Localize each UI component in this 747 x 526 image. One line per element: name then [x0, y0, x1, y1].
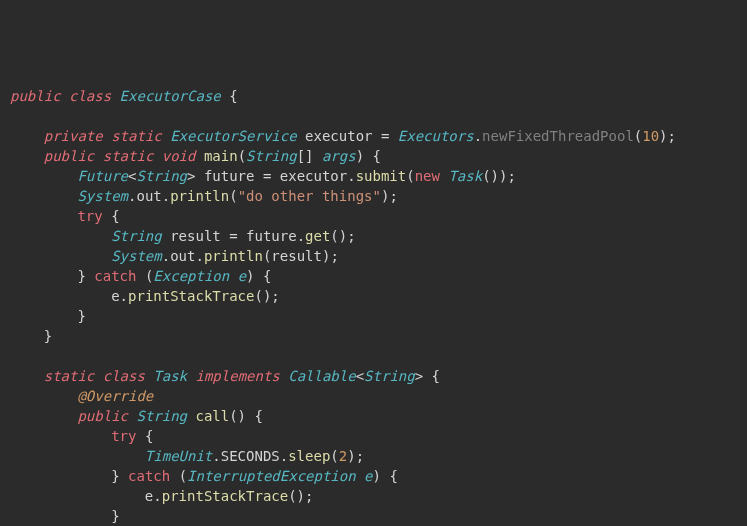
code-editor[interactable]: public class ExecutorCase { private stat… [10, 86, 747, 526]
code-line[interactable]: public class ExecutorCase { [10, 86, 747, 106]
code-token: ( [634, 128, 642, 144]
code-token: ( [238, 148, 246, 164]
code-token: "do other things" [238, 188, 381, 204]
code-token: Callable [288, 368, 355, 384]
code-token: try [77, 208, 102, 224]
code-token: () [288, 488, 305, 504]
code-line[interactable]: } [10, 506, 747, 526]
code-token [94, 148, 102, 164]
code-token [111, 88, 119, 104]
code-token [229, 268, 237, 284]
code-token [162, 128, 170, 144]
code-token: . [347, 168, 355, 184]
code-token: ; [668, 128, 676, 144]
code-token: String [246, 148, 297, 164]
code-token: ; [507, 168, 515, 184]
code-token: String [136, 408, 187, 424]
code-token: () [229, 408, 246, 424]
code-token: call [195, 408, 229, 424]
code-line[interactable]: static class Task implements Callable<St… [10, 366, 747, 386]
code-token: main [204, 148, 238, 164]
code-line[interactable]: String result = future.get(); [10, 226, 747, 246]
code-token: public [10, 88, 61, 104]
code-token: ( [406, 168, 414, 184]
code-token: private [44, 128, 103, 144]
code-line[interactable] [10, 106, 747, 126]
code-line[interactable]: } catch (InterruptedException e) { [10, 466, 747, 486]
code-token: 2 [339, 448, 347, 464]
code-token: ; [305, 488, 313, 504]
code-token: void [162, 148, 196, 164]
code-token [364, 148, 372, 164]
code-token: ) [373, 468, 381, 484]
code-token: () [330, 228, 347, 244]
code-token: . [297, 228, 305, 244]
code-token: Exception [153, 268, 229, 284]
code-token [280, 368, 288, 384]
code-token: ) [347, 448, 355, 464]
code-token: Executors [398, 128, 474, 144]
code-token: future [204, 168, 255, 184]
code-token: = [254, 168, 279, 184]
code-token: System [77, 188, 128, 204]
code-line[interactable]: System.out.println("do other things"); [10, 186, 747, 206]
code-line[interactable]: public static void main(String[] args) { [10, 146, 747, 166]
code-token: ExecutorCase [120, 88, 221, 104]
code-token [423, 368, 431, 384]
code-line[interactable]: } [10, 306, 747, 326]
code-token: executor [280, 168, 347, 184]
code-token: TimeUnit [145, 448, 212, 464]
code-line[interactable]: public String call() { [10, 406, 747, 426]
code-token: ExecutorService [170, 128, 296, 144]
code-token: new [415, 168, 440, 184]
code-line[interactable]: @Override [10, 386, 747, 406]
code-token: newFixedThreadPool [482, 128, 634, 144]
code-token: . [153, 488, 161, 504]
code-token [61, 88, 69, 104]
code-token: public [77, 408, 128, 424]
code-token: ; [271, 288, 279, 304]
code-token: ) [659, 128, 667, 144]
code-line[interactable]: e.printStackTrace(); [10, 486, 747, 506]
code-token [153, 148, 161, 164]
code-token [120, 468, 128, 484]
code-line[interactable]: try { [10, 426, 747, 446]
code-token: args [322, 148, 356, 164]
code-token: implements [195, 368, 279, 384]
code-token: static [103, 148, 154, 164]
code-line[interactable]: } catch (Exception e) { [10, 266, 747, 286]
code-line[interactable]: TimeUnit.SECONDS.sleep(2); [10, 446, 747, 466]
code-token [356, 468, 364, 484]
code-token: @Override [77, 388, 153, 404]
code-token: > [415, 368, 423, 384]
code-token: static [44, 368, 95, 384]
code-token: = [221, 228, 246, 244]
code-line[interactable]: private static ExecutorService executor … [10, 126, 747, 146]
code-token: . [162, 248, 170, 264]
code-token [255, 268, 263, 284]
code-token: String [364, 368, 415, 384]
code-token: e [364, 468, 372, 484]
code-token: . [162, 188, 170, 204]
code-line[interactable]: e.printStackTrace(); [10, 286, 747, 306]
code-token: } [111, 468, 119, 484]
code-token: e [111, 288, 119, 304]
code-token [103, 128, 111, 144]
code-token: { [111, 208, 119, 224]
code-token: 10 [642, 128, 659, 144]
code-token: e [238, 268, 246, 284]
code-line[interactable]: } [10, 326, 747, 346]
code-token: { [229, 88, 237, 104]
code-token: result [271, 248, 322, 264]
code-token: } [77, 268, 85, 284]
code-token [136, 268, 144, 284]
code-token: ) [356, 148, 364, 164]
code-line[interactable]: System.out.println(result); [10, 246, 747, 266]
code-line[interactable]: try { [10, 206, 747, 226]
code-token: printStackTrace [128, 288, 254, 304]
code-line[interactable] [10, 346, 747, 366]
code-token: SECONDS [221, 448, 280, 464]
code-line[interactable]: Future<String> future = executor.submit(… [10, 166, 747, 186]
code-token: sleep [288, 448, 330, 464]
code-token: out [170, 248, 195, 264]
